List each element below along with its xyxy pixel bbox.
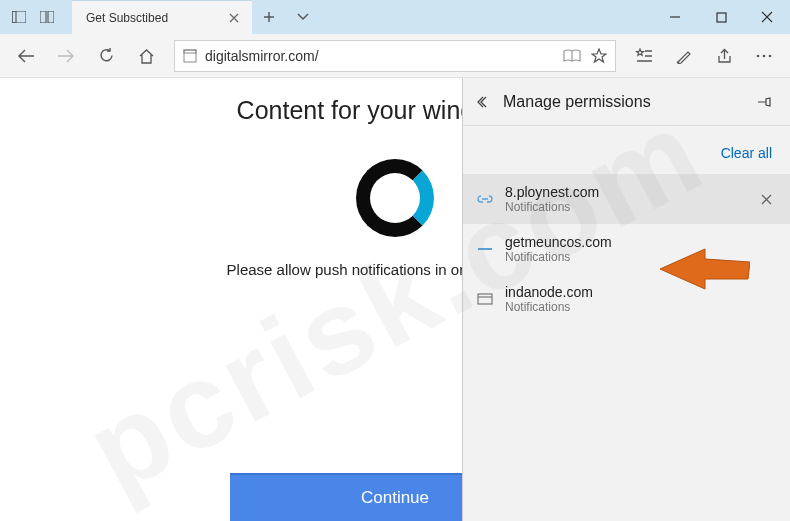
window-controls [652,0,790,34]
notes-icon[interactable] [666,38,702,74]
back-button[interactable] [8,38,44,74]
spinner-icon [356,159,434,237]
svg-rect-3 [48,11,54,23]
panel-back-button[interactable] [469,87,499,117]
favorites-list-icon[interactable] [626,38,662,74]
link-icon [475,189,495,209]
sidebar-toggle-icon[interactable] [6,5,32,29]
svg-rect-2 [40,11,46,23]
permission-domain: getmeuncos.com [505,234,778,250]
minimize-button[interactable] [652,0,698,34]
svg-point-8 [763,54,766,57]
pin-icon[interactable] [750,87,780,117]
svg-rect-0 [12,11,26,23]
permission-item[interactable]: indanode.com Notifications [463,274,790,324]
panel-title: Manage permissions [503,93,750,111]
svg-rect-6 [184,50,196,53]
permission-list: 8.ploynest.com Notifications getmeuncos.… [463,174,790,324]
svg-rect-5 [184,50,196,62]
clear-all-link[interactable]: Clear all [721,145,772,161]
permission-text: 8.ploynest.com Notifications [505,184,744,214]
permission-subtitle: Notifications [505,250,778,264]
svg-point-9 [769,54,772,57]
more-icon[interactable] [746,38,782,74]
remove-permission-button[interactable] [754,187,778,211]
dash-icon [475,239,495,259]
permission-text: indanode.com Notifications [505,284,778,314]
window-titlebar: Get Subsctibed [0,0,790,34]
favorite-icon[interactable] [591,48,607,64]
address-text: digitalsmirror.com/ [205,48,563,64]
permission-domain: indanode.com [505,284,778,300]
forward-button[interactable] [48,38,84,74]
panels-toggle-icon[interactable] [34,5,60,29]
permission-item[interactable]: getmeuncos.com Notifications [463,224,790,274]
browser-toolbar: digitalsmirror.com/ [0,34,790,78]
permission-text: getmeuncos.com Notifications [505,234,778,264]
titlebar-left-buttons [0,0,66,34]
home-button[interactable] [128,38,164,74]
clear-all-row: Clear all [463,126,790,174]
refresh-button[interactable] [88,38,124,74]
address-bar[interactable]: digitalsmirror.com/ [174,40,616,72]
content-area: Content for your windows 10 Please allow… [0,78,790,521]
permission-item[interactable]: 8.ploynest.com Notifications [463,174,790,224]
panel-header: Manage permissions [463,78,790,126]
close-window-button[interactable] [744,0,790,34]
titlebar-spacer [320,0,652,34]
svg-rect-11 [478,294,492,304]
site-info-icon[interactable] [183,49,197,63]
tab-title: Get Subsctibed [86,11,218,25]
svg-rect-1 [12,11,16,23]
window-icon [475,289,495,309]
permissions-panel: Manage permissions Clear all 8.ploynest.… [462,78,790,521]
address-right-icons [563,48,607,64]
tab-actions [252,0,320,34]
svg-point-7 [757,54,760,57]
permission-subtitle: Notifications [505,300,778,314]
permission-subtitle: Notifications [505,200,744,214]
tab-overflow-icon[interactable] [286,0,320,34]
reading-view-icon[interactable] [563,49,581,63]
share-icon[interactable] [706,38,742,74]
new-tab-button[interactable] [252,0,286,34]
permission-domain: 8.ploynest.com [505,184,744,200]
svg-rect-4 [717,13,726,22]
close-tab-icon[interactable] [226,10,242,26]
maximize-button[interactable] [698,0,744,34]
browser-tab[interactable]: Get Subsctibed [72,0,252,34]
svg-rect-10 [478,248,492,250]
